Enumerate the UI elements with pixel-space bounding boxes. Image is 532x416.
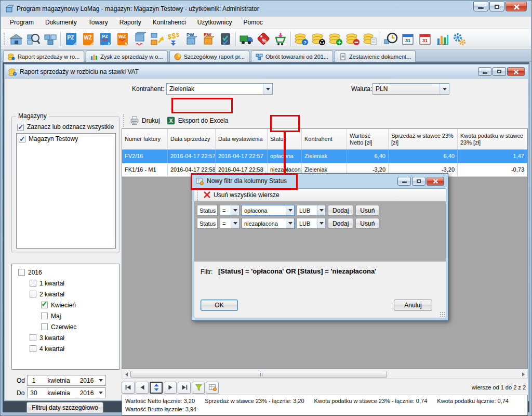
search-goods-icon[interactable] [24,30,42,48]
next-record-button[interactable] [164,382,177,394]
first-record-button[interactable] [122,382,135,394]
date-to-day[interactable]: 30 [28,389,40,397]
operator-combo[interactable]: = [220,218,240,229]
checkbox-icon[interactable] [18,269,25,276]
checkbox-icon[interactable] [17,124,24,131]
settings-icon[interactable] [450,30,468,48]
menu-uzytkownicy[interactable]: Użytkownicy [192,17,238,28]
transfer-goods-icon[interactable] [148,30,165,48]
resize-grip[interactable] [440,311,445,317]
tree-item-1kwartal[interactable]: 1 kwartał [18,278,119,289]
scrollbar-track[interactable] [130,370,519,378]
tree-item-3kwartal[interactable]: 3 kwartał [18,332,119,343]
operator-combo[interactable]: = [220,205,240,216]
menu-program[interactable]: Program [4,17,39,28]
horizontal-scrollbar[interactable] [122,370,528,379]
date-from-day[interactable]: 1 [28,377,40,384]
pz-document-icon[interactable]: PZ [62,30,79,48]
report-minimize-button[interactable] [478,67,491,76]
dialog-minimize-button[interactable] [397,177,411,186]
calendar-year-icon[interactable]: 31 [416,30,433,48]
filter-dates-button[interactable]: Filtruj daty szczegółowo [26,402,103,413]
discount-tag-icon[interactable]: % [255,30,272,48]
checkbox-icon[interactable] [41,323,48,330]
chevron-down-icon[interactable] [96,375,105,385]
grid-settings-button[interactable] [206,382,219,394]
contractor-combo[interactable]: Zieleniak [166,83,273,95]
checkbox-icon[interactable] [41,302,48,308]
date-to-picker[interactable]: 30 kwietnia 2016 [27,387,106,398]
tree-item-2016[interactable]: 2016 [18,267,119,278]
money-exchange-icon[interactable] [310,30,327,48]
last-record-button[interactable] [178,382,191,394]
previous-record-button[interactable] [136,382,149,394]
joiner-combo[interactable]: LUB [297,218,326,229]
goods-icon[interactable] [42,30,59,48]
checkbox-icon[interactable] [30,291,36,297]
chevron-down-icon[interactable] [286,218,294,228]
tree-item-4kwartal[interactable]: 4 kwartał [18,343,119,354]
pzk-document-icon[interactable]: PZk [97,30,114,48]
filter-button[interactable] [192,382,205,394]
scroll-records-button[interactable] [150,382,163,394]
minimize-button[interactable] [473,2,488,11]
checkbox-icon[interactable] [30,280,36,287]
scroll-right-icon[interactable] [519,370,527,378]
money-status-icon[interactable]: ? [292,30,310,48]
column-header-numer-faktury[interactable]: Numer faktury [122,129,168,149]
select-all-warehouses[interactable]: Zaznacz lub odznacz wszystkie [15,122,119,132]
chevron-down-icon[interactable] [231,205,239,215]
chevron-down-icon[interactable] [263,84,272,94]
history-clock-icon[interactable] [382,30,399,48]
tab-raport-sprzedazy[interactable]: Raport sprzedaży w ro... [3,50,84,62]
chevron-down-icon[interactable] [231,218,239,228]
column-header-data-sprzedazy[interactable]: Data sprzedaży [168,129,216,149]
cancel-button[interactable]: Anuluj [394,300,432,311]
add-row-button[interactable]: Dodaj [328,205,353,216]
calendar-month-icon[interactable]: 31 [399,30,416,48]
tab-zestawienie-dokumentow[interactable]: Zestawienie dokument... [335,50,416,62]
ok-button[interactable]: OK [201,300,238,311]
purchase-cart-icon[interactable] [272,30,289,48]
print-button[interactable]: Drukuj [127,115,163,126]
tree-item-kwiecien[interactable]: Kwiecień [18,300,119,310]
menu-raporty[interactable]: Raporty [114,17,147,28]
chevron-down-icon[interactable] [286,205,294,215]
clear-all-rows-button[interactable]: Usuń wszystkie wiersze [214,191,280,199]
report-close-button[interactable] [507,67,525,76]
remove-row-button[interactable]: Usuń [355,205,379,216]
checkbox-icon[interactable] [30,345,36,352]
chevron-down-icon[interactable] [317,205,325,215]
checkbox-icon[interactable] [19,136,25,142]
menu-pomoc[interactable]: Pomoc [238,17,269,28]
column-header-data-wystawienia[interactable]: Data wystawienia [216,129,268,149]
tree-item-2kwartal[interactable]: 2 kwartał [18,289,119,300]
dialog-close-button[interactable] [427,177,444,186]
chevron-down-icon[interactable] [96,388,105,398]
mm-document-icon[interactable] [131,30,148,48]
warehouse-item[interactable]: Magazyn Testowy [17,134,115,144]
tab-obrot-towarami[interactable]: Obrót towarami od 201... [251,50,333,62]
remove-row-button[interactable]: Usuń [355,218,379,229]
joiner-combo[interactable]: LUB [297,205,326,216]
export-excel-button[interactable]: X Eksport do Excela [163,115,232,126]
add-row-button[interactable]: Dodaj [328,218,353,229]
currency-combo[interactable]: PLN [373,83,449,95]
warehouse-icon[interactable] [7,30,24,48]
close-button[interactable] [506,2,527,11]
money-remove-icon[interactable] [344,30,361,48]
money-add-icon[interactable]: + [327,30,344,48]
dialog-restore-button[interactable] [412,177,425,186]
money-report-icon[interactable] [361,30,378,48]
tab-zysk-ze-sprzedazy[interactable]: Zysk ze sprzedaży w o... [86,50,167,62]
chevron-down-icon[interactable] [440,84,449,94]
checkbox-icon[interactable] [30,334,36,341]
chevron-down-icon[interactable] [317,218,325,228]
scroll-left-icon[interactable] [122,370,130,378]
table-row[interactable]: FV2/16 2016-04-17 22:57 2016-04-17 22:57… [122,150,527,163]
rw-document-icon[interactable]: RW [200,30,217,48]
checkbox-icon[interactable] [41,313,48,319]
report-restore-button[interactable] [493,67,506,76]
menu-towary[interactable]: Towary [83,17,114,28]
column-header-status[interactable]: Status [268,129,302,149]
